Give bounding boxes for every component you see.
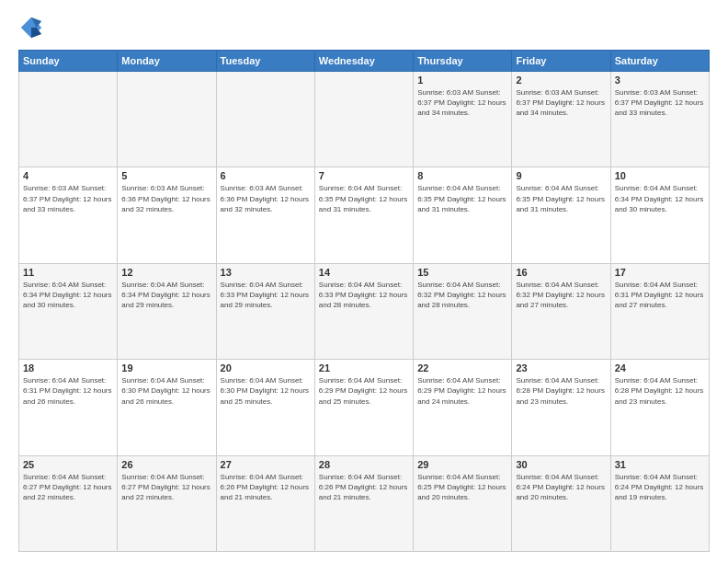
calendar-cell: 3Sunrise: 6:03 AM Sunset: 6:37 PM Daylig… [610, 72, 709, 167]
day-info: Sunrise: 6:04 AM Sunset: 6:29 PM Dayligh… [417, 375, 507, 407]
day-info: Sunrise: 6:04 AM Sunset: 6:30 PM Dayligh… [121, 375, 211, 407]
day-number: 4 [23, 170, 113, 181]
day-info: Sunrise: 6:03 AM Sunset: 6:36 PM Dayligh… [121, 183, 211, 214]
day-number: 23 [516, 362, 606, 373]
day-info: Sunrise: 6:04 AM Sunset: 6:28 PM Dayligh… [516, 375, 606, 407]
day-info: Sunrise: 6:03 AM Sunset: 6:37 PM Dayligh… [516, 87, 606, 119]
calendar-cell: 24Sunrise: 6:04 AM Sunset: 6:28 PM Dayli… [610, 360, 709, 455]
day-number: 24 [615, 362, 705, 373]
calendar-cell: 12Sunrise: 6:04 AM Sunset: 6:34 PM Dayli… [118, 263, 216, 359]
weekday-header-saturday: Saturday [610, 51, 709, 72]
day-number: 16 [516, 267, 606, 278]
calendar-cell: 21Sunrise: 6:04 AM Sunset: 6:29 PM Dayli… [314, 360, 413, 455]
calendar-cell: 17Sunrise: 6:04 AM Sunset: 6:31 PM Dayli… [610, 263, 709, 359]
weekday-header-friday: Friday [512, 51, 610, 72]
day-number: 25 [23, 459, 113, 470]
calendar-cell [314, 72, 413, 167]
calendar-cell: 22Sunrise: 6:04 AM Sunset: 6:29 PM Dayli… [414, 360, 512, 455]
day-number: 14 [319, 267, 409, 278]
day-info: Sunrise: 6:04 AM Sunset: 6:32 PM Dayligh… [516, 280, 606, 311]
header [18, 15, 710, 40]
day-info: Sunrise: 6:04 AM Sunset: 6:26 PM Dayligh… [221, 472, 311, 503]
calendar-cell: 8Sunrise: 6:04 AM Sunset: 6:35 PM Daylig… [414, 167, 512, 263]
day-number: 15 [417, 267, 507, 278]
day-info: Sunrise: 6:04 AM Sunset: 6:34 PM Dayligh… [121, 280, 211, 311]
day-number: 11 [23, 267, 113, 278]
calendar-table: SundayMondayTuesdayWednesdayThursdayFrid… [18, 50, 710, 552]
day-number: 10 [615, 170, 705, 181]
day-number: 7 [319, 170, 409, 181]
calendar-cell: 5Sunrise: 6:03 AM Sunset: 6:36 PM Daylig… [118, 167, 216, 263]
calendar-cell: 31Sunrise: 6:04 AM Sunset: 6:24 PM Dayli… [610, 455, 709, 551]
weekday-header-thursday: Thursday [414, 51, 512, 72]
day-info: Sunrise: 6:04 AM Sunset: 6:35 PM Dayligh… [319, 183, 409, 214]
calendar-cell: 14Sunrise: 6:04 AM Sunset: 6:33 PM Dayli… [314, 263, 413, 359]
weekday-header-sunday: Sunday [19, 51, 118, 72]
day-number: 13 [221, 267, 311, 278]
weekday-header-row: SundayMondayTuesdayWednesdayThursdayFrid… [19, 51, 710, 72]
calendar-cell [19, 72, 118, 167]
logo [18, 15, 48, 40]
calendar-cell: 15Sunrise: 6:04 AM Sunset: 6:32 PM Dayli… [414, 263, 512, 359]
day-info: Sunrise: 6:04 AM Sunset: 6:24 PM Dayligh… [516, 472, 606, 503]
calendar-cell: 30Sunrise: 6:04 AM Sunset: 6:24 PM Dayli… [512, 455, 610, 551]
day-info: Sunrise: 6:04 AM Sunset: 6:34 PM Dayligh… [615, 183, 705, 214]
day-info: Sunrise: 6:04 AM Sunset: 6:34 PM Dayligh… [23, 280, 113, 311]
day-info: Sunrise: 6:03 AM Sunset: 6:37 PM Dayligh… [417, 87, 507, 119]
calendar-cell: 1Sunrise: 6:03 AM Sunset: 6:37 PM Daylig… [414, 72, 512, 167]
day-number: 2 [516, 75, 606, 86]
calendar-cell: 26Sunrise: 6:04 AM Sunset: 6:27 PM Dayli… [118, 455, 216, 551]
weekday-header-wednesday: Wednesday [314, 51, 413, 72]
week-row-3: 18Sunrise: 6:04 AM Sunset: 6:31 PM Dayli… [19, 360, 710, 455]
day-number: 12 [121, 267, 211, 278]
calendar-cell: 27Sunrise: 6:04 AM Sunset: 6:26 PM Dayli… [216, 455, 314, 551]
day-info: Sunrise: 6:03 AM Sunset: 6:37 PM Dayligh… [23, 183, 113, 214]
calendar-cell: 29Sunrise: 6:04 AM Sunset: 6:25 PM Dayli… [414, 455, 512, 551]
week-row-2: 11Sunrise: 6:04 AM Sunset: 6:34 PM Dayli… [19, 263, 710, 359]
calendar-cell: 9Sunrise: 6:04 AM Sunset: 6:35 PM Daylig… [512, 167, 610, 263]
calendar-cell: 2Sunrise: 6:03 AM Sunset: 6:37 PM Daylig… [512, 72, 610, 167]
calendar-cell: 16Sunrise: 6:04 AM Sunset: 6:32 PM Dayli… [512, 263, 610, 359]
day-info: Sunrise: 6:04 AM Sunset: 6:29 PM Dayligh… [319, 375, 409, 407]
day-info: Sunrise: 6:03 AM Sunset: 6:37 PM Dayligh… [615, 87, 705, 119]
day-number: 6 [221, 170, 311, 181]
day-info: Sunrise: 6:04 AM Sunset: 6:28 PM Dayligh… [615, 375, 705, 407]
day-number: 5 [121, 170, 211, 181]
day-number: 9 [516, 170, 606, 181]
calendar-cell: 20Sunrise: 6:04 AM Sunset: 6:30 PM Dayli… [216, 360, 314, 455]
day-info: Sunrise: 6:03 AM Sunset: 6:36 PM Dayligh… [221, 183, 311, 214]
day-info: Sunrise: 6:04 AM Sunset: 6:25 PM Dayligh… [417, 472, 507, 503]
day-number: 1 [417, 75, 507, 86]
day-info: Sunrise: 6:04 AM Sunset: 6:33 PM Dayligh… [221, 280, 311, 311]
calendar-cell: 19Sunrise: 6:04 AM Sunset: 6:30 PM Dayli… [118, 360, 216, 455]
day-info: Sunrise: 6:04 AM Sunset: 6:27 PM Dayligh… [121, 472, 211, 503]
day-info: Sunrise: 6:04 AM Sunset: 6:31 PM Dayligh… [23, 375, 113, 407]
calendar-cell: 25Sunrise: 6:04 AM Sunset: 6:27 PM Dayli… [19, 455, 118, 551]
day-info: Sunrise: 6:04 AM Sunset: 6:35 PM Dayligh… [417, 183, 507, 214]
day-number: 29 [417, 459, 507, 470]
day-info: Sunrise: 6:04 AM Sunset: 6:35 PM Dayligh… [516, 183, 606, 214]
day-number: 8 [417, 170, 507, 181]
day-number: 3 [615, 75, 705, 86]
calendar-cell: 10Sunrise: 6:04 AM Sunset: 6:34 PM Dayli… [610, 167, 709, 263]
calendar-cell: 13Sunrise: 6:04 AM Sunset: 6:33 PM Dayli… [216, 263, 314, 359]
day-number: 27 [221, 459, 311, 470]
logo-icon [18, 15, 44, 40]
day-info: Sunrise: 6:04 AM Sunset: 6:26 PM Dayligh… [319, 472, 409, 503]
day-number: 30 [516, 459, 606, 470]
day-number: 20 [221, 362, 311, 373]
day-number: 22 [417, 362, 507, 373]
page: SundayMondayTuesdayWednesdayThursdayFrid… [0, 0, 728, 563]
calendar-cell [118, 72, 216, 167]
day-number: 31 [615, 459, 705, 470]
weekday-header-monday: Monday [118, 51, 216, 72]
day-info: Sunrise: 6:04 AM Sunset: 6:30 PM Dayligh… [221, 375, 311, 407]
day-info: Sunrise: 6:04 AM Sunset: 6:33 PM Dayligh… [319, 280, 409, 311]
week-row-1: 4Sunrise: 6:03 AM Sunset: 6:37 PM Daylig… [19, 167, 710, 263]
calendar-cell [216, 72, 314, 167]
calendar-cell: 11Sunrise: 6:04 AM Sunset: 6:34 PM Dayli… [19, 263, 118, 359]
day-info: Sunrise: 6:04 AM Sunset: 6:27 PM Dayligh… [23, 472, 113, 503]
day-number: 21 [319, 362, 409, 373]
week-row-0: 1Sunrise: 6:03 AM Sunset: 6:37 PM Daylig… [19, 72, 710, 167]
day-number: 19 [121, 362, 211, 373]
